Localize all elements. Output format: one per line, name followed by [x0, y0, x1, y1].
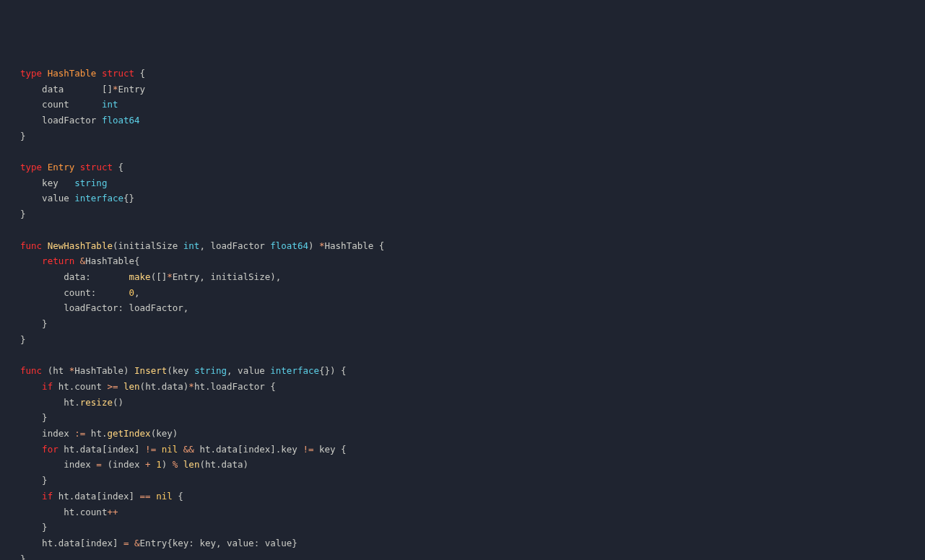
code-line [20, 347, 925, 363]
code-line: ht.resize() [20, 395, 925, 411]
code-line: } [20, 332, 925, 348]
code-line: count: 0, [20, 285, 925, 301]
code-line [20, 222, 925, 238]
code-line [20, 144, 925, 159]
code-line: ht.count++ [20, 504, 925, 520]
code-line: } [20, 206, 925, 222]
code-line: } [20, 520, 925, 535]
code-line: loadFactor float64 [20, 113, 925, 128]
code-line: index = (index + 1) % len(ht.data) [20, 457, 925, 473]
code-line: } [20, 316, 925, 332]
code-line: func NewHashTable(initialSize int, loadF… [20, 238, 925, 254]
code-line: value interface{} [20, 191, 925, 206]
code-line: for ht.data[index] != nil && ht.data[ind… [20, 442, 925, 458]
code-line: return &HashTable{ [20, 253, 925, 269]
code-line: } [20, 410, 925, 426]
code-line: index := ht.getIndex(key) [20, 426, 925, 442]
code-line: } [20, 128, 925, 144]
code-line: } [20, 473, 925, 489]
code-line: ht.data[index] = &Entry{key: key, value:… [20, 535, 925, 551]
code-line: type HashTable struct { [20, 66, 925, 82]
code-line: func (ht *HashTable) Insert(key string, … [20, 363, 925, 379]
code-line: if ht.count >= len(ht.data)*ht.loadFacto… [20, 379, 925, 395]
code-content: type HashTable struct { data []*Entry co… [20, 66, 925, 560]
code-line: } [20, 551, 925, 560]
code-line: data: make([]*Entry, initialSize), [20, 269, 925, 285]
code-line: type Entry struct { [20, 159, 925, 175]
code-line: data []*Entry [20, 82, 925, 97]
code-line: key string [20, 175, 925, 191]
code-line: loadFactor: loadFactor, [20, 300, 925, 316]
code-editor[interactable]: type HashTable struct { data []*Entry co… [0, 63, 925, 560]
code-line: count int [20, 97, 925, 113]
code-line: if ht.data[index] == nil { [20, 489, 925, 504]
